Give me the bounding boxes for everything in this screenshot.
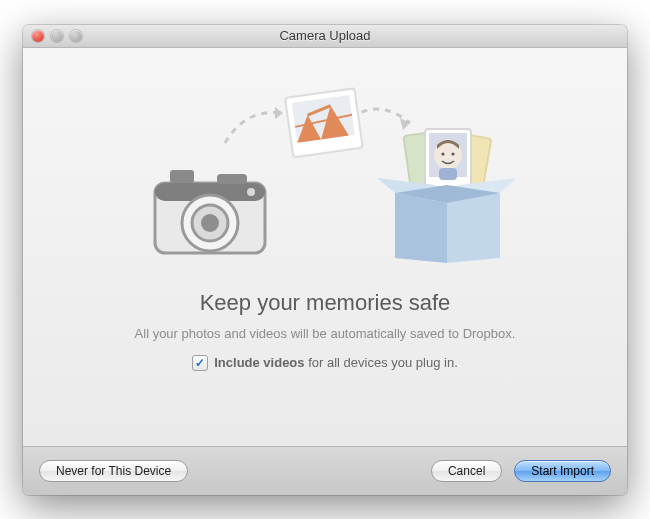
titlebar: Camera Upload (23, 25, 627, 48)
checkmark-icon: ✓ (195, 357, 205, 369)
never-for-this-device-button[interactable]: Never for This Device (39, 460, 188, 482)
svg-point-19 (441, 152, 444, 155)
window-title: Camera Upload (23, 28, 627, 43)
svg-rect-9 (217, 174, 247, 184)
button-bar: Never for This Device Cancel Start Impor… (23, 446, 627, 495)
svg-rect-21 (439, 168, 457, 180)
include-videos-label-rest: for all devices you plug in. (305, 355, 458, 370)
headline: Keep your memories safe (200, 290, 451, 316)
camera-upload-illustration (125, 78, 525, 268)
svg-point-13 (247, 188, 255, 196)
start-import-button[interactable]: Start Import (514, 460, 611, 482)
close-icon[interactable] (32, 30, 44, 42)
svg-point-12 (201, 214, 219, 232)
zoom-icon[interactable] (70, 30, 82, 42)
include-videos-label-bold: Include videos (214, 355, 304, 370)
svg-marker-0 (275, 107, 283, 119)
cancel-button[interactable]: Cancel (431, 460, 502, 482)
svg-marker-24 (447, 193, 500, 263)
svg-rect-8 (170, 170, 194, 183)
subtext: All your photos and videos will be autom… (135, 326, 516, 341)
minimize-icon[interactable] (51, 30, 63, 42)
dialog-content: Keep your memories safe All your photos … (23, 48, 627, 446)
include-videos-checkbox[interactable]: ✓ (192, 355, 208, 371)
svg-point-20 (451, 152, 454, 155)
dialog-window: Camera Upload (23, 25, 627, 495)
svg-marker-1 (400, 118, 410, 130)
include-videos-row: ✓ Include videos for all devices you plu… (192, 355, 458, 371)
traffic-lights (23, 30, 82, 42)
svg-marker-23 (395, 193, 447, 263)
